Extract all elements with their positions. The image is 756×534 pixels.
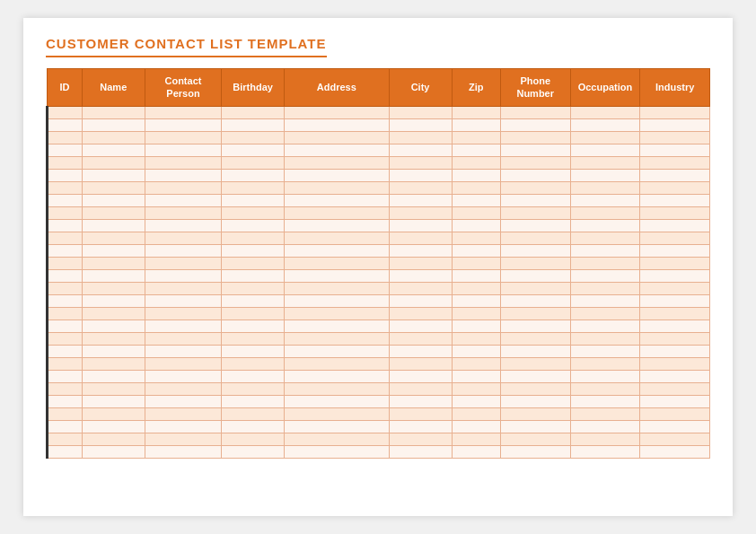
- cell-zip[interactable]: [452, 307, 500, 320]
- cell-zip[interactable]: [452, 294, 500, 307]
- cell-name[interactable]: [82, 106, 145, 118]
- cell-birthday[interactable]: [222, 307, 285, 320]
- cell-occupation[interactable]: [570, 433, 640, 445]
- table-row[interactable]: [48, 232, 710, 244]
- cell-zip[interactable]: [452, 244, 500, 257]
- cell-contact[interactable]: [145, 194, 221, 206]
- cell-contact[interactable]: [145, 382, 221, 395]
- cell-industry[interactable]: [640, 144, 710, 156]
- cell-id[interactable]: [48, 395, 83, 407]
- cell-contact[interactable]: [145, 370, 221, 382]
- cell-contact[interactable]: [145, 232, 221, 244]
- cell-id[interactable]: [48, 307, 83, 320]
- cell-occupation[interactable]: [570, 232, 640, 244]
- cell-zip[interactable]: [452, 445, 500, 458]
- cell-contact[interactable]: [145, 131, 221, 144]
- cell-address[interactable]: [285, 294, 390, 307]
- cell-birthday[interactable]: [222, 257, 285, 269]
- cell-id[interactable]: [48, 282, 83, 294]
- cell-name[interactable]: [82, 307, 145, 320]
- cell-zip[interactable]: [452, 320, 500, 332]
- cell-occupation[interactable]: [570, 144, 640, 156]
- cell-industry[interactable]: [640, 382, 710, 395]
- cell-name[interactable]: [82, 219, 145, 232]
- table-row[interactable]: [48, 181, 710, 194]
- cell-id[interactable]: [48, 118, 83, 131]
- cell-contact[interactable]: [145, 169, 221, 181]
- table-row[interactable]: [48, 156, 710, 169]
- cell-name[interactable]: [82, 320, 145, 332]
- cell-contact[interactable]: [145, 257, 221, 269]
- cell-birthday[interactable]: [222, 420, 285, 433]
- cell-zip[interactable]: [452, 420, 500, 433]
- cell-address[interactable]: [285, 307, 390, 320]
- cell-industry[interactable]: [640, 156, 710, 169]
- cell-address[interactable]: [285, 370, 390, 382]
- cell-industry[interactable]: [640, 407, 710, 420]
- cell-id[interactable]: [48, 169, 83, 181]
- cell-address[interactable]: [285, 357, 390, 370]
- table-row[interactable]: [48, 370, 710, 382]
- cell-contact[interactable]: [145, 307, 221, 320]
- cell-city[interactable]: [389, 106, 452, 118]
- cell-address[interactable]: [285, 219, 390, 232]
- cell-id[interactable]: [48, 294, 83, 307]
- cell-name[interactable]: [82, 282, 145, 294]
- cell-phone[interactable]: [500, 131, 570, 144]
- cell-occupation[interactable]: [570, 206, 640, 219]
- cell-occupation[interactable]: [570, 156, 640, 169]
- cell-industry[interactable]: [640, 118, 710, 131]
- cell-address[interactable]: [285, 118, 390, 131]
- cell-name[interactable]: [82, 244, 145, 257]
- cell-address[interactable]: [285, 194, 390, 206]
- cell-birthday[interactable]: [222, 169, 285, 181]
- cell-address[interactable]: [285, 156, 390, 169]
- cell-birthday[interactable]: [222, 144, 285, 156]
- cell-name[interactable]: [82, 357, 145, 370]
- table-row[interactable]: [48, 445, 710, 458]
- cell-id[interactable]: [48, 131, 83, 144]
- cell-name[interactable]: [82, 131, 145, 144]
- cell-address[interactable]: [285, 433, 390, 445]
- cell-birthday[interactable]: [222, 232, 285, 244]
- cell-city[interactable]: [389, 144, 452, 156]
- cell-address[interactable]: [285, 395, 390, 407]
- cell-industry[interactable]: [640, 445, 710, 458]
- cell-id[interactable]: [48, 433, 83, 445]
- cell-contact[interactable]: [145, 345, 221, 357]
- cell-phone[interactable]: [500, 169, 570, 181]
- cell-occupation[interactable]: [570, 194, 640, 206]
- cell-birthday[interactable]: [222, 332, 285, 345]
- cell-industry[interactable]: [640, 294, 710, 307]
- cell-phone[interactable]: [500, 420, 570, 433]
- cell-industry[interactable]: [640, 232, 710, 244]
- cell-contact[interactable]: [145, 181, 221, 194]
- cell-phone[interactable]: [500, 382, 570, 395]
- cell-contact[interactable]: [145, 144, 221, 156]
- cell-city[interactable]: [389, 194, 452, 206]
- table-row[interactable]: [48, 206, 710, 219]
- cell-birthday[interactable]: [222, 106, 285, 118]
- cell-address[interactable]: [285, 144, 390, 156]
- cell-birthday[interactable]: [222, 445, 285, 458]
- table-row[interactable]: [48, 357, 710, 370]
- cell-address[interactable]: [285, 206, 390, 219]
- cell-address[interactable]: [285, 181, 390, 194]
- cell-occupation[interactable]: [570, 445, 640, 458]
- table-row[interactable]: [48, 332, 710, 345]
- cell-contact[interactable]: [145, 244, 221, 257]
- table-row[interactable]: [48, 244, 710, 257]
- cell-id[interactable]: [48, 244, 83, 257]
- cell-birthday[interactable]: [222, 181, 285, 194]
- cell-zip[interactable]: [452, 345, 500, 357]
- cell-industry[interactable]: [640, 332, 710, 345]
- cell-zip[interactable]: [452, 382, 500, 395]
- cell-address[interactable]: [285, 257, 390, 269]
- cell-city[interactable]: [389, 320, 452, 332]
- cell-id[interactable]: [48, 219, 83, 232]
- cell-birthday[interactable]: [222, 407, 285, 420]
- cell-id[interactable]: [48, 144, 83, 156]
- cell-birthday[interactable]: [222, 282, 285, 294]
- cell-birthday[interactable]: [222, 357, 285, 370]
- cell-id[interactable]: [48, 407, 83, 420]
